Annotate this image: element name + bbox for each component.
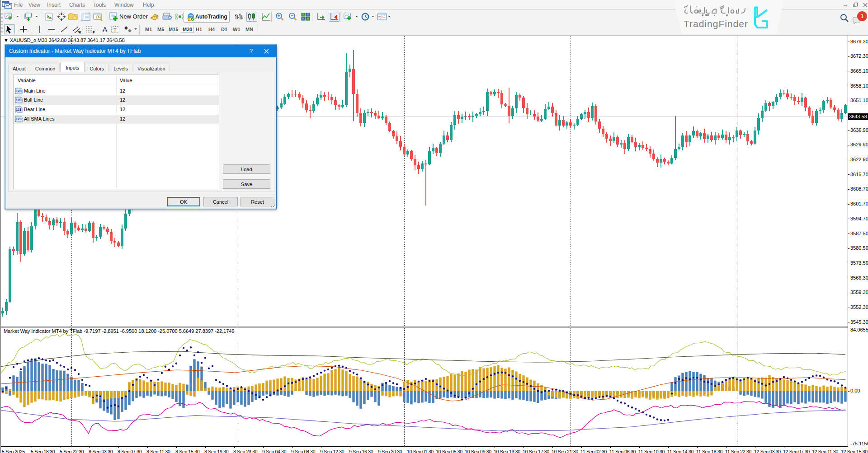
svg-text:123: 123 xyxy=(16,117,22,121)
svg-text:F: F xyxy=(93,31,95,34)
svg-text:123: 123 xyxy=(16,89,22,93)
svg-text:E: E xyxy=(79,31,81,34)
svg-text:A: A xyxy=(103,25,107,33)
svg-text:T: T xyxy=(113,27,117,33)
svg-text:123: 123 xyxy=(16,98,22,102)
svg-text:123: 123 xyxy=(16,107,22,112)
